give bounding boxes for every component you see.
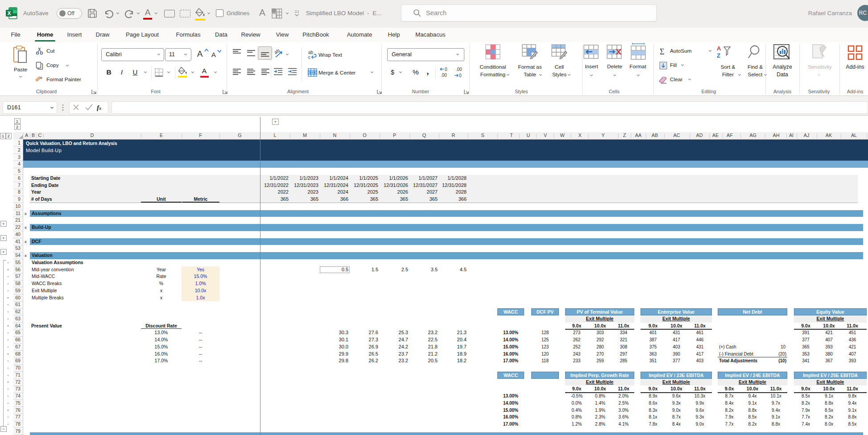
- svg-text:c: c: [308, 55, 310, 60]
- svg-text:0: 0: [445, 67, 447, 72]
- svg-text:Z: Z: [717, 52, 720, 59]
- svg-text:Σ: Σ: [660, 47, 664, 56]
- svg-text:.00: .00: [441, 73, 447, 78]
- svg-text:A: A: [717, 45, 721, 52]
- svg-text:ab: ab: [308, 50, 314, 55]
- svg-text:0: 0: [459, 73, 462, 78]
- svg-text:X: X: [7, 10, 11, 17]
- svg-text:.00: .00: [456, 67, 462, 72]
